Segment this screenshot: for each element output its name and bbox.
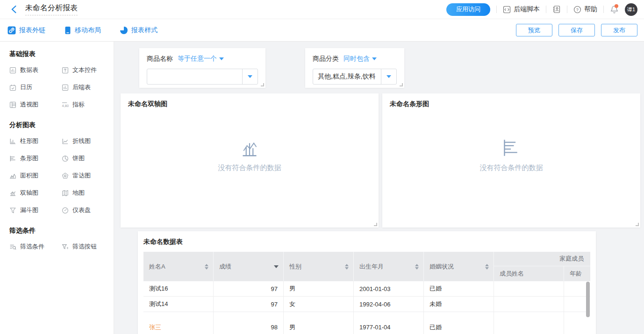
text-widget-icon (62, 67, 69, 74)
resize-handle[interactable] (261, 83, 264, 86)
sidebar-item-dual-axis-chart[interactable]: 双轴图 (9, 189, 62, 197)
cell-gender: 女 (284, 297, 354, 312)
resize-handle[interactable] (400, 83, 403, 86)
mobile-layout-button[interactable]: 移动布局 (64, 26, 101, 35)
divider (603, 6, 604, 13)
resize-handle[interactable] (636, 223, 639, 226)
sidebar-item-map-chart[interactable]: 地图 (62, 189, 105, 197)
group-header: 家庭成员 (494, 252, 590, 266)
avatar[interactable]: 谭1 (625, 3, 637, 16)
cell-birth: 1977-01-04 (354, 312, 424, 334)
cell-name: 测试14 (143, 297, 214, 312)
sidebar-item-area-chart[interactable]: 面积图 (9, 171, 62, 180)
cell-marital: 已婚 (424, 281, 494, 297)
filter-operator-dropdown[interactable]: 等于任意一个 (178, 55, 224, 63)
chevron-down-icon (219, 57, 224, 60)
column-header-marital[interactable]: 婚姻状况 (424, 252, 494, 281)
help-button[interactable]: ? 帮助 (573, 5, 597, 14)
preview-button[interactable]: 预览 (516, 24, 552, 36)
section-title-filters: 筛选条件 (9, 227, 105, 235)
filter-widget-product-category[interactable]: 商品分类 同时包含 其他,糕点,辣条,饮料 (305, 48, 404, 88)
cell-gender: 男 (284, 281, 354, 297)
sidebar-item-text-widget[interactable]: 文本控件 (62, 66, 105, 74)
sidebar-item-data-table[interactable]: 数据表 (9, 66, 62, 74)
publish-button[interactable]: 发布 (601, 24, 637, 36)
divider (496, 6, 497, 13)
table-scrollbar-thumb[interactable] (586, 282, 590, 317)
sidebar-item-gauge-chart[interactable]: 仪表盘 (62, 206, 105, 214)
sidebar-item-filter-condition[interactable]: 筛选条件 (9, 242, 62, 251)
sidebar-item-backend-table[interactable]: 后端表 (62, 83, 105, 92)
area-chart-icon (9, 172, 16, 179)
title-bar: 未命名分析报表 应用访问 后端脚本 (0, 0, 644, 19)
resize-handle[interactable] (374, 223, 377, 226)
sidebar-item-bar-chart[interactable]: 条形图 (9, 154, 62, 163)
report-style-button[interactable]: 报表样式 (120, 26, 157, 35)
sort-desc-icon[interactable] (274, 265, 279, 268)
report-canvas: 商品名称 等于任意一个 商品分类 同时包含 (114, 42, 644, 334)
section-title-charts: 分析图表 (9, 121, 105, 129)
table-row[interactable]: 测试16 97 男 2001-01-03 已婚 (143, 281, 590, 297)
table-row[interactable]: 张三 98 男 1977-01-04 已婚 张大 张晓 (143, 312, 590, 334)
svg-text:?: ? (576, 7, 579, 12)
chart-card-bar[interactable]: 未命名条形图 没有符合条件的数据 (382, 93, 640, 227)
notifications-button[interactable] (610, 5, 619, 14)
app-access-button[interactable]: 应用访问 (446, 3, 490, 16)
bar-chart-empty-icon (501, 138, 522, 157)
save-button[interactable]: 保存 (558, 24, 595, 36)
sidebar-item-radar-chart[interactable]: 雷达图 (62, 171, 105, 180)
page-title[interactable]: 未命名分析报表 (25, 3, 78, 15)
cell-marital: 未婚 (424, 297, 494, 312)
data-table-card[interactable]: 未命名数据表 姓名A 成绩 性别 (138, 231, 596, 334)
widget-sidebar: 基础报表 数据表 文本控件 日历 后端表 透视图 (0, 42, 114, 334)
column-header-birth[interactable]: 出生年月 (354, 252, 424, 281)
column-header-gender[interactable]: 性别 (284, 252, 354, 281)
sidebar-item-pie-chart[interactable]: 饼图 (62, 154, 105, 163)
cell-score: 97 (214, 281, 284, 297)
sidebar-item-line-chart[interactable]: 折线图 (62, 137, 105, 145)
filter-value-select[interactable]: 其他,糕点,辣条,饮料 (313, 69, 397, 85)
sidebar-item-filter-button[interactable]: 筛选按钮 (62, 242, 105, 251)
chart-title: 未命名双轴图 (128, 100, 371, 108)
cell-name-link[interactable]: 张三 (143, 312, 214, 334)
chevron-left-icon (11, 5, 17, 14)
sidebar-item-column-chart[interactable]: 柱形图 (9, 137, 62, 145)
filter-label: 商品分类 (313, 55, 339, 63)
cell-name: 测试16 (143, 281, 214, 297)
table-chart-icon (9, 67, 16, 74)
cell-score: 97 (214, 297, 284, 312)
table-row[interactable]: 测试14 97 女 1992-04-06 未婚 (143, 297, 590, 312)
backend-script-button[interactable]: 后端脚本 (503, 5, 540, 14)
sort-icon[interactable] (345, 264, 349, 270)
filter-widget-product-name[interactable]: 商品名称 等于任意一个 (139, 48, 265, 88)
sort-icon[interactable] (205, 264, 208, 270)
dual-axis-chart-icon (9, 190, 16, 197)
sub-column-age[interactable]: 年龄 (564, 266, 590, 281)
filter-operator-dropdown[interactable]: 同时包含 (343, 55, 377, 63)
external-link-button[interactable]: 报表外链 (7, 26, 45, 35)
metric-icon (62, 101, 69, 108)
pie-style-icon (120, 26, 128, 35)
sidebar-item-calendar[interactable]: 日历 (9, 83, 62, 92)
chevron-down-icon (372, 57, 377, 60)
contacts-button[interactable] (552, 5, 561, 14)
column-header-score[interactable]: 成绩 (214, 252, 284, 281)
sidebar-item-metric[interactable]: 指标 (62, 100, 105, 109)
chart-card-dual-axis[interactable]: 未命名双轴图 没有符合条件的数据 (121, 93, 379, 227)
code-icon (503, 6, 511, 14)
question-icon: ? (573, 6, 581, 14)
report-toolbar: 报表外链 移动布局 报表样式 预览 保存 发布 (0, 19, 644, 42)
sort-icon[interactable] (485, 264, 489, 270)
radar-chart-icon (62, 172, 69, 179)
sort-icon[interactable] (415, 264, 419, 270)
cell-member-name (494, 297, 564, 312)
sidebar-item-pivot[interactable]: 透视图 (9, 100, 62, 109)
column-header-name[interactable]: 姓名A (143, 252, 214, 281)
cell-birth: 2001-01-03 (354, 281, 424, 297)
section-title-basic: 基础报表 (9, 50, 105, 58)
filter-value-select[interactable] (147, 69, 258, 85)
sidebar-item-funnel-chart[interactable]: 漏斗图 (9, 206, 62, 214)
back-button[interactable] (8, 4, 19, 14)
map-chart-icon (62, 190, 69, 197)
sub-column-member-name[interactable]: 成员姓名 (494, 266, 564, 281)
